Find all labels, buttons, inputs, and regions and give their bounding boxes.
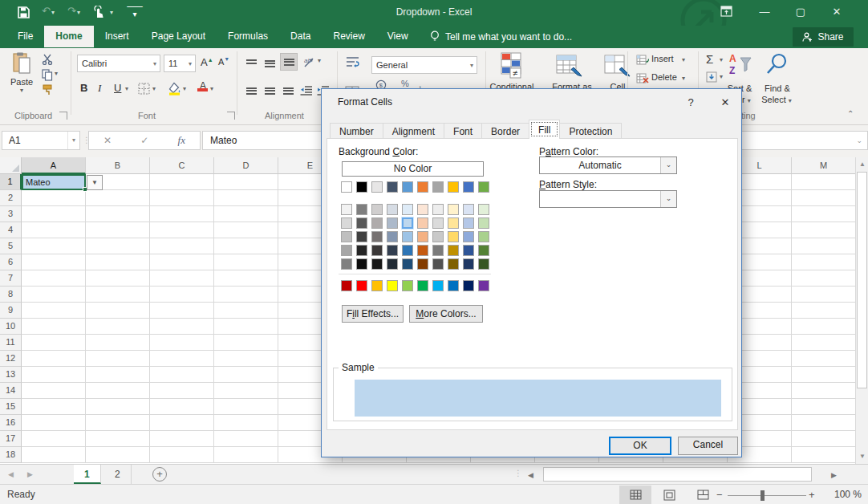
zoom-out-icon[interactable]: − [716,489,723,501]
cell-B4[interactable] [86,222,150,238]
color-swatch[interactable] [432,231,444,242]
underline-button[interactable]: U [114,82,121,94]
color-swatch[interactable] [387,231,398,242]
cell-D18[interactable] [214,447,278,463]
more-colors-button[interactable]: More Colors... [409,305,483,323]
color-swatch[interactable] [402,181,413,193]
row-header-14[interactable]: 14 [0,383,22,399]
cell-A10[interactable] [22,319,86,335]
no-color-button[interactable]: No Color [342,161,484,177]
cell-C4[interactable] [150,222,214,238]
color-swatch[interactable] [448,245,459,256]
cell-D15[interactable] [214,399,278,415]
ribbon-tab-insert[interactable]: Insert [94,26,140,47]
row-header-6[interactable]: 6 [0,254,22,270]
color-swatch[interactable] [478,231,489,242]
color-swatch[interactable] [356,217,367,229]
cell-D3[interactable] [214,206,278,222]
cell-A8[interactable] [22,287,86,303]
column-header-c[interactable]: C [150,157,214,174]
number-format-combo[interactable]: General ▾ [371,56,477,74]
cut-icon[interactable] [42,54,54,65]
font-size-dropdown-icon[interactable]: ▾ [185,60,195,67]
cell-A18[interactable] [22,447,86,463]
cell-C8[interactable] [150,287,214,303]
cell-M15[interactable] [792,399,856,415]
cell-B3[interactable] [86,206,150,222]
cell-B11[interactable] [86,335,150,351]
sheet-prev-icon[interactable]: ◀ [8,470,14,478]
cell-B14[interactable] [86,383,150,399]
cell-A3[interactable] [22,206,86,222]
zoom-level[interactable]: 100 % [823,489,862,500]
color-swatch[interactable] [387,204,398,215]
row-header-18[interactable]: 18 [0,447,22,463]
cell-a1-selected[interactable]: Mateo [22,174,86,190]
cell-C1[interactable] [150,174,214,190]
cell-M18[interactable] [792,447,856,463]
color-swatch[interactable] [417,280,428,291]
dialog-tab-font[interactable]: Font [444,123,482,139]
underline-dropdown-icon[interactable]: ▾ [125,85,128,92]
ok-button[interactable]: OK [609,437,671,455]
color-swatch[interactable] [463,217,474,229]
insert-cells-icon[interactable] [635,54,650,67]
cell-C7[interactable] [150,270,214,287]
cell-C9[interactable] [150,303,214,319]
cell-D14[interactable] [214,383,278,399]
cell-A17[interactable] [22,431,86,447]
autosum-dropdown-icon[interactable]: ▾ [720,56,723,63]
cell-C12[interactable] [150,351,214,367]
cell-B12[interactable] [86,351,150,367]
find-select-icon[interactable] [764,51,791,78]
cell-B16[interactable] [86,415,150,431]
ribbon-tab-home[interactable]: Home [44,26,93,47]
cell-D10[interactable] [214,319,278,335]
tab-split-handle[interactable]: ⋮ [514,469,523,478]
cell-D12[interactable] [214,351,278,367]
delete-cells-icon[interactable] [635,72,650,85]
page-layout-view-button[interactable] [653,486,685,504]
cell-B13[interactable] [86,367,150,383]
cell-B5[interactable] [86,238,150,254]
pattern-color-dropdown-icon[interactable]: ⌄ [660,157,676,173]
color-swatch[interactable] [356,204,367,215]
align-top-icon[interactable] [243,55,259,69]
maximize-button[interactable]: ▢ [790,6,811,18]
sort-filter-icon[interactable]: AZ [727,51,754,78]
cell-C2[interactable] [150,190,214,206]
find-select-label-1[interactable]: Find & [757,83,797,93]
cell-M8[interactable] [792,287,856,303]
bold-button[interactable]: B [80,82,87,94]
color-swatch[interactable] [478,204,489,215]
row-header-8[interactable]: 8 [0,287,22,303]
row-header-2[interactable]: 2 [0,190,22,206]
cell-D13[interactable] [214,367,278,383]
cell-B15[interactable] [86,399,150,415]
wrap-text-icon[interactable] [343,55,361,69]
color-swatch[interactable] [478,280,489,291]
color-swatch[interactable] [432,204,444,215]
color-swatch[interactable] [402,204,413,215]
page-break-view-button[interactable] [687,486,719,504]
horizontal-scrollbar-thumb[interactable] [543,467,812,482]
color-swatch[interactable] [341,217,352,229]
color-swatch[interactable] [432,280,444,291]
column-header-b[interactable]: B [86,157,150,174]
color-swatch[interactable] [356,181,367,193]
cell-M4[interactable] [792,222,856,238]
row-header-12[interactable]: 12 [0,351,22,367]
fill-color-dropdown-icon[interactable]: ▾ [183,85,186,92]
row-header-10[interactable]: 10 [0,319,22,335]
cell-M5[interactable] [792,238,856,254]
cell-M7[interactable] [792,270,856,287]
color-swatch[interactable] [371,204,383,215]
row-header-15[interactable]: 15 [0,399,22,415]
cell-A16[interactable] [22,415,86,431]
cell-M13[interactable] [792,367,856,383]
color-swatch[interactable] [448,204,459,215]
ribbon-tab-review[interactable]: Review [322,26,375,47]
row-header-7[interactable]: 7 [0,270,22,287]
tell-me-box[interactable]: Tell me what you want to do... [430,28,572,46]
scroll-up-icon[interactable]: ▲ [856,157,868,171]
